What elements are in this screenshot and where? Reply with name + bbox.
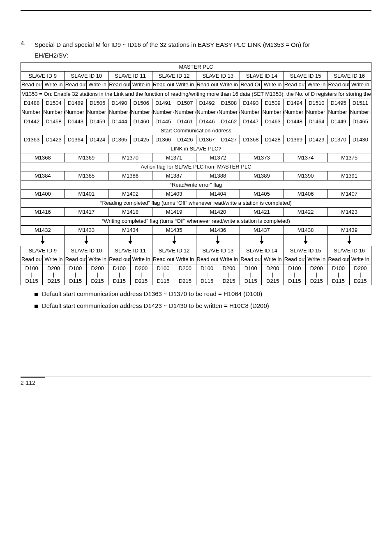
cell: M1439 (327, 225, 371, 234)
cell: D1427 (218, 135, 240, 144)
write-in: Write in (86, 255, 108, 264)
cell: M1404 (196, 189, 240, 198)
cell: M1368 (21, 153, 65, 162)
write-in: Write in (218, 255, 240, 264)
note-row: M1353 = On: Enable 32 stations in the Li… (21, 89, 371, 99)
cell: D100|D115 (152, 264, 174, 285)
d100-range-row: D100|D115 D200|D215 D100|D115 D200|D215 … (21, 264, 371, 285)
cell: Number of data (262, 108, 284, 117)
slave-id: SLAVE ID 12 (152, 71, 196, 80)
cell: D100|D115 (327, 264, 349, 285)
cell: M1390 (284, 171, 327, 180)
cell: M1369 (65, 153, 108, 162)
down-arrow-icon (130, 236, 131, 244)
m1368-row: M1368 M1369 M1370 M1371 M1372 M1373 M137… (21, 153, 371, 162)
down-arrow-icon (305, 236, 306, 244)
cell: D1465 (349, 117, 371, 126)
cell: D1429 (306, 135, 327, 144)
cell: D1449 (327, 117, 349, 126)
cell: Number of data (240, 108, 262, 117)
m1384-row: M1384 M1385 M1386 M1387 M1388 M1389 M139… (21, 171, 371, 180)
rw-header-row-2: Read out Write in Read out Write in Read… (21, 255, 371, 264)
cell: D1363 (21, 135, 43, 144)
slave-id: SLAVE ID 15 (284, 246, 327, 255)
cell: D100|D115 (21, 264, 43, 285)
cell: D100|D115 (65, 264, 86, 285)
read-out: Read out (284, 80, 305, 89)
down-arrow-icon (217, 236, 218, 244)
page-number: 2-112 (21, 379, 371, 386)
cell: D1508 (218, 99, 240, 108)
arrow-cell (152, 234, 196, 246)
cell: D100|D115 (108, 264, 130, 285)
cell: M1433 (65, 225, 108, 234)
read-out: Read out (196, 80, 218, 89)
cell: M1406 (284, 189, 327, 198)
cell: D1428 (262, 135, 284, 144)
read-out: Read out (21, 80, 43, 89)
cell: M1391 (327, 171, 371, 180)
cell: M1422 (284, 207, 327, 216)
cell: D1494 (284, 99, 305, 108)
cell: M1419 (152, 207, 196, 216)
read-out: Read out (327, 80, 349, 89)
read-out: Read out (284, 255, 305, 264)
heading-number: 4. (21, 39, 35, 46)
bullet-2: Default start communication address D142… (35, 302, 371, 309)
cell: D1458 (43, 117, 65, 126)
slave-id: SLAVE ID 10 (65, 246, 108, 255)
slave-id: SLAVE ID 13 (196, 71, 240, 80)
cell: D1495 (327, 99, 349, 108)
rw-error-flag: “Read/write error” flag (21, 180, 371, 189)
cell: D200|D215 (43, 264, 65, 285)
d1488-row: D1488 D1504 D1489 D1505 D1490 D1506 D149… (21, 99, 371, 108)
cell: D1425 (130, 135, 152, 144)
read-out: Read out (240, 255, 262, 264)
cell: M1417 (65, 207, 108, 216)
down-arrow-icon (86, 236, 87, 244)
slave-header-row-2: SLAVE ID 9 SLAVE ID 10 SLAVE ID 11 SLAVE… (21, 246, 371, 255)
arrow-cell (327, 234, 371, 246)
rw-header-row-1: Read out Write in Read out Write in Read… (21, 80, 371, 89)
cell: D1459 (86, 117, 108, 126)
cell: Number of data (218, 108, 240, 117)
read-out: Read out (65, 80, 86, 89)
cell: M1384 (21, 171, 65, 180)
cell: D200|D215 (130, 264, 152, 285)
write-in: Write in (218, 80, 240, 89)
cell: D200|D215 (174, 264, 196, 285)
cell: D1507 (174, 99, 196, 108)
cell: Number of data (130, 108, 152, 117)
cell: D100|D115 (284, 264, 305, 285)
cell: M1389 (240, 171, 284, 180)
cell: M1407 (327, 189, 371, 198)
m1400-row: M1400 M1401 M1402 M1403 M1404 M1405 M140… (21, 189, 371, 198)
cell: D1424 (86, 135, 108, 144)
write-in: Write in (174, 80, 196, 89)
cell: M1435 (152, 225, 196, 234)
cell: D200|D215 (86, 264, 108, 285)
cell: D1364 (65, 135, 86, 144)
cell: M1421 (240, 207, 284, 216)
slave-id: SLAVE ID 14 (240, 71, 284, 80)
cell: M1432 (21, 225, 65, 234)
cell: Number of data (196, 108, 218, 117)
cell: D1460 (130, 117, 152, 126)
m1353-note: M1353 = On: Enable 32 stations in the Li… (21, 89, 371, 99)
cell: M1438 (284, 225, 327, 234)
cell: D200|D215 (349, 264, 371, 285)
cell: D1430 (349, 135, 371, 144)
cell: M1371 (152, 153, 196, 162)
m1416-row: M1416 M1417 M1418 M1419 M1420 M1421 M142… (21, 207, 371, 216)
heading-subtext: EH/EH2/SV: (35, 52, 371, 59)
write-in: Write in (130, 255, 152, 264)
write-in: Write in (306, 80, 327, 89)
cell: M1372 (196, 153, 240, 162)
writing-completed: “Writing completed” flag (turns “Off” wh… (21, 216, 371, 225)
cell: Number of data (86, 108, 108, 117)
cell: M1423 (327, 207, 371, 216)
read-out: Read out (65, 255, 86, 264)
down-arrow-icon (349, 236, 350, 244)
arrow-cell (21, 234, 65, 246)
square-bullet-icon (35, 305, 38, 308)
